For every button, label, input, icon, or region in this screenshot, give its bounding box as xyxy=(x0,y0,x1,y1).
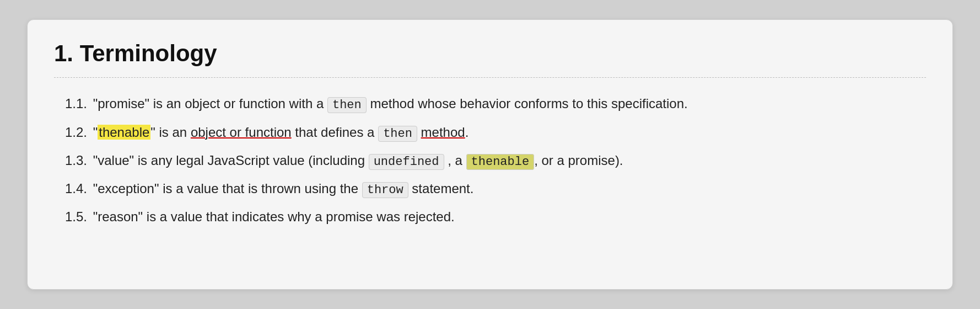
item-text: , a xyxy=(444,153,466,168)
item-text: . xyxy=(465,125,469,140)
section-title: 1. Terminology xyxy=(54,40,926,67)
terminology-list: 1.1. "promise" is an object or function … xyxy=(54,93,926,227)
item-number: 1.4. xyxy=(65,181,87,196)
item-number: 1.5. xyxy=(65,209,87,224)
highlight-thenable-1: thenable xyxy=(98,125,150,140)
list-item: 1.4. "exception" is a value that is thro… xyxy=(54,178,926,200)
item-text xyxy=(417,125,421,140)
code-throw: throw xyxy=(362,182,408,198)
list-item: 1.2. "thenable" is an object or function… xyxy=(54,122,926,143)
list-item: 1.1. "promise" is an object or function … xyxy=(54,93,926,115)
code-undefined: undefined xyxy=(369,154,444,170)
section-divider xyxy=(54,77,926,78)
item-number: 1.1. xyxy=(65,96,87,111)
item-text: "exception" is a value that is thrown us… xyxy=(93,181,362,196)
item-text: "promise" is an object or function with … xyxy=(93,96,327,111)
item-number: 1.3. xyxy=(65,153,87,168)
item-text: " is an xyxy=(150,125,191,140)
underline-object-or-function: object or function xyxy=(191,125,292,140)
item-text: " xyxy=(93,125,98,140)
item-text: "reason" is a value that indicates why a… xyxy=(93,209,455,224)
list-item: 1.5. "reason" is a value that indicates … xyxy=(54,206,926,227)
code-highlight-thenable-2: thenable xyxy=(466,154,535,170)
list-item: 1.3. "value" is any legal JavaScript val… xyxy=(54,150,926,172)
code-then-2: then xyxy=(378,126,417,142)
code-then-1: then xyxy=(327,97,367,113)
item-text: method whose behavior conforms to this s… xyxy=(367,96,688,111)
item-text: that defines a xyxy=(292,125,378,140)
item-text: statement. xyxy=(408,181,474,196)
terminology-card: 1. Terminology 1.1. "promise" is an obje… xyxy=(27,19,953,290)
item-text: , or a promise). xyxy=(534,153,623,168)
item-text: "value" is any legal JavaScript value (i… xyxy=(93,153,369,168)
item-number: 1.2. xyxy=(65,125,87,140)
underline-method: method xyxy=(421,125,465,140)
